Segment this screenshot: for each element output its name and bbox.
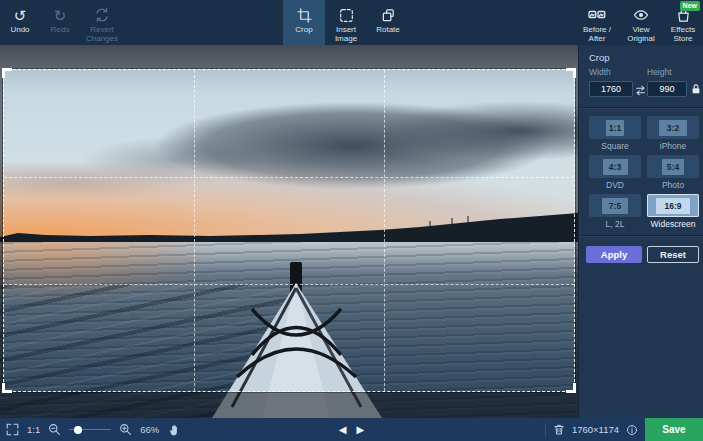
insert-image-icon	[339, 6, 354, 24]
status-bar: 1:1 66% ◀	[0, 418, 703, 441]
dimension-inputs	[579, 81, 703, 101]
undo-button[interactable]: ↺ Undo	[0, 0, 40, 45]
redo-button[interactable]: ↻ Redo	[40, 0, 80, 45]
image-canvas	[0, 45, 578, 418]
crop-handle-top-right[interactable]	[566, 68, 576, 78]
crop-icon	[297, 6, 312, 24]
crop-selection[interactable]	[3, 69, 575, 392]
undo-label: Undo	[10, 25, 29, 34]
previous-image-button[interactable]: ◀	[339, 424, 347, 435]
redo-icon: ↻	[54, 6, 67, 24]
redo-label: Redo	[50, 25, 69, 34]
tab-rotate[interactable]: Rotate	[367, 0, 409, 45]
tab-rotate-label: Rotate	[376, 25, 400, 34]
revert-icon	[94, 6, 110, 24]
panel-title: Crop	[579, 45, 703, 67]
crop-shade-top	[0, 45, 578, 69]
tab-crop-label: Crop	[295, 25, 312, 34]
crop-actions: Apply Reset	[579, 244, 703, 270]
top-toolbar: ↺ Undo ↻ Redo Revert Changes	[0, 0, 703, 45]
crop-panel: Crop Width Height	[578, 45, 703, 418]
revert-label: Revert Changes	[80, 25, 124, 43]
preset-l-2l[interactable]: 7:5 L, 2L	[589, 194, 641, 229]
image-dimensions: 1760×1174	[572, 424, 619, 435]
zoom-slider[interactable]	[69, 425, 111, 435]
height-input[interactable]	[647, 81, 687, 97]
info-icon[interactable]	[626, 424, 638, 436]
preset-widescreen[interactable]: 16:9 Widescreen	[647, 194, 699, 229]
width-input[interactable]	[589, 81, 633, 97]
file-controls: 1760×1174 Save	[545, 418, 703, 441]
view-original-button[interactable]: View Original	[619, 0, 663, 45]
effects-store-label: Effects Store	[663, 25, 703, 43]
crop-handle-bottom-right[interactable]	[566, 383, 576, 393]
preset-iphone[interactable]: 3:2 iPhone	[647, 116, 699, 151]
save-button[interactable]: Save	[645, 418, 703, 441]
preset-photo[interactable]: 5:4 Photo	[647, 155, 699, 190]
thirds-line-horizontal-2	[4, 284, 574, 285]
lock-aspect-icon[interactable]	[690, 82, 702, 100]
crop-handle-bottom-left[interactable]	[2, 383, 12, 393]
tools-tabs: Crop Insert Image Rotate	[283, 0, 409, 45]
tab-insert-image-label: Insert Image	[325, 25, 367, 43]
zoom-in-icon[interactable]	[119, 423, 132, 436]
eye-icon	[633, 6, 649, 24]
crop-shade-bottom	[0, 392, 578, 418]
next-image-button[interactable]: ▶	[357, 424, 365, 435]
preset-dvd[interactable]: 4:3 DVD	[589, 155, 641, 190]
before-after-label: Before / After	[575, 25, 619, 43]
preset-square[interactable]: 1:1 Square	[589, 116, 641, 151]
zoom-slider-knob[interactable]	[74, 426, 82, 434]
zoom-out-icon[interactable]	[48, 423, 61, 436]
width-label: Width	[589, 67, 611, 77]
undo-icon: ↺	[14, 6, 27, 24]
zoom-percentage: 66%	[140, 424, 160, 435]
view-group: Before / After View Original New	[575, 0, 703, 45]
apply-button[interactable]: Apply	[586, 246, 642, 263]
image-navigation: ◀ ▶	[339, 418, 364, 441]
thirds-line-vertical-1	[194, 70, 195, 391]
actual-size-button[interactable]: 1:1	[27, 424, 40, 435]
dimension-labels: Width Height	[579, 67, 703, 79]
photo-editor-window: ↺ Undo ↻ Redo Revert Changes	[0, 0, 703, 441]
thirds-line-vertical-2	[384, 70, 385, 391]
pan-hand-icon[interactable]	[168, 423, 181, 437]
crop-handle-top-left[interactable]	[2, 68, 12, 78]
history-group: ↺ Undo ↻ Redo Revert Changes	[0, 0, 124, 45]
tab-crop[interactable]: Crop	[283, 0, 325, 45]
zoom-controls: 1:1 66%	[6, 418, 181, 441]
tab-insert-image[interactable]: Insert Image	[325, 0, 367, 45]
delete-trash-icon[interactable]	[553, 423, 565, 436]
reset-button[interactable]: Reset	[647, 246, 699, 263]
revert-changes-button[interactable]: Revert Changes	[80, 0, 124, 45]
divider	[545, 423, 546, 437]
aspect-ratio-presets: 1:1 Square 3:2 iPhone 4:3 DVD 5:4 Photo …	[579, 109, 703, 229]
height-label: Height	[647, 67, 672, 77]
view-original-label: View Original	[619, 25, 663, 43]
rotate-icon	[381, 6, 396, 24]
panel-divider-2	[579, 235, 703, 237]
before-after-button[interactable]: Before / After	[575, 0, 619, 45]
effects-store-button[interactable]: New Effects Store	[663, 0, 703, 45]
before-after-icon	[588, 6, 606, 24]
swap-dimensions-icon[interactable]	[635, 83, 646, 101]
thirds-line-horizontal-1	[4, 177, 574, 178]
new-badge: New	[680, 1, 700, 11]
fit-to-screen-icon[interactable]	[6, 423, 19, 436]
